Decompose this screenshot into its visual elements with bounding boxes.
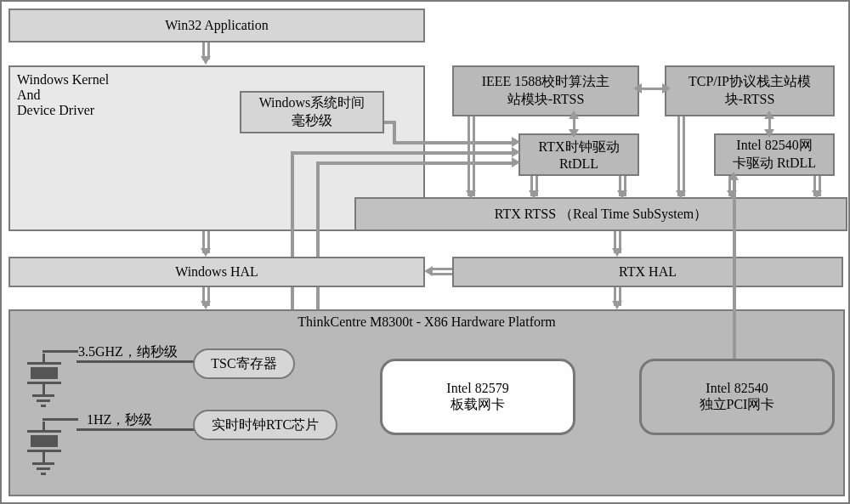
arrowhead (424, 266, 433, 276)
osc2-label: 1HZ，秒级 (87, 411, 152, 429)
nicdrv-l2: 卡驱动 RtDLL (733, 155, 816, 173)
win32-label: Win32 Application (165, 18, 269, 33)
intel82540-pci-nic: Intel 82540 独立PCI网卡 (639, 359, 835, 435)
link-ieee-tcpip (639, 88, 665, 90)
arrowhead (201, 248, 211, 257)
nic-pci-l2: 独立PCI网卡 (700, 396, 775, 414)
rtxhal-label: RTX HAL (619, 264, 677, 280)
arrowhead (662, 83, 671, 93)
arrowhead (612, 301, 622, 309)
wintime-l2: 毫秒级 (292, 112, 332, 130)
arrowhead (617, 190, 627, 199)
nic-onboard-l2: 板载网卡 (450, 396, 505, 414)
arrowhead (728, 172, 739, 180)
tsc-label: TSC寄存器 (211, 355, 276, 373)
rtxclock-l1: RTX时钟驱动 (538, 139, 619, 156)
arrowhead (812, 190, 822, 199)
arrowhead (569, 110, 579, 119)
ieee1588-master-module: IEEE 1588校时算法主 站模块-RTSS (452, 65, 639, 116)
diagram-canvas: Win32 Application Windows Kernel And Dev… (0, 0, 850, 504)
nic-pci-l1: Intel 82540 (706, 381, 768, 396)
intel82579-onboard-nic: Intel 82579 板载网卡 (380, 359, 575, 435)
sig-tsc (291, 151, 516, 155)
tsc-register: TSC寄存器 (193, 348, 295, 379)
rtss-label: RTX RTSS （Real Time SubSystem） (495, 206, 708, 224)
oscillator-icon (27, 359, 61, 388)
sig (393, 121, 396, 143)
arrowhead (569, 129, 579, 138)
rtc-chip: 实时时钟RTC芯片 (193, 410, 337, 440)
rtx-rtss: RTX RTSS （Real Time SubSystem） (354, 197, 847, 231)
link-pci-to-driver (733, 178, 736, 359)
wintime-l1: Windows系统时间 (259, 94, 366, 112)
arrowhead (201, 56, 211, 65)
nicdrv-l1: Intel 82540网 (736, 137, 812, 155)
sig (384, 121, 393, 124)
wire (76, 360, 196, 363)
arrowhead (764, 110, 774, 119)
ieee1588-l2: 站模块-RTSS (507, 91, 585, 109)
arrowhead (512, 137, 520, 147)
win32-application: Win32 Application (8, 8, 425, 42)
sig-rtc (316, 161, 516, 165)
nic-onboard-l1: Intel 82579 (446, 381, 508, 396)
hw-title: ThinkCentre M8300t - X86 Hardware Platfo… (298, 314, 555, 330)
ieee1588-l1: IEEE 1588校时算法主 (482, 73, 610, 91)
arrowhead (512, 147, 520, 157)
rtx-hal: RTX HAL (452, 257, 843, 287)
arrowhead (612, 248, 622, 257)
wire (76, 428, 196, 431)
osc1-label: 3.5GHZ，纳秒级 (78, 343, 178, 361)
arrowhead (512, 157, 520, 167)
arrowhead (676, 190, 686, 199)
winhal-label: Windows HAL (175, 264, 258, 280)
arrowhead (466, 190, 476, 199)
arrowhead (764, 129, 774, 138)
wire (42, 418, 78, 421)
windows-system-time: Windows系统时间 毫秒级 (240, 91, 384, 133)
arrowhead (201, 301, 211, 309)
intel82540-driver: Intel 82540网 卡驱动 RtDLL (714, 133, 835, 176)
windows-hal: Windows HAL (8, 257, 425, 287)
rtx-clock-driver: RTX时钟驱动 RtDLL (518, 133, 639, 176)
tcpip-l2: 块-RTSS (725, 91, 775, 109)
arrowhead (633, 83, 642, 93)
arrowhead (529, 190, 539, 199)
kernel-title: Windows Kernel And Device Driver (17, 72, 109, 118)
wire (42, 350, 78, 353)
rtxclock-l2: RtDLL (559, 156, 598, 172)
tcpip-l1: TCP/IP协议栈主站模 (688, 73, 811, 91)
tcpip-master-module: TCP/IP协议栈主站模 块-RTSS (665, 65, 835, 116)
rtc-label: 实时时钟RTC芯片 (212, 416, 319, 434)
oscillator-icon (27, 427, 61, 456)
sig (393, 141, 516, 144)
